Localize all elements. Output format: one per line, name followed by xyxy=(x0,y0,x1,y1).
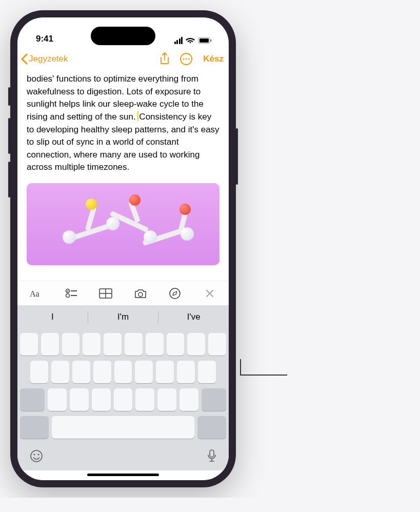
svg-point-17 xyxy=(31,450,42,462)
svg-rect-2 xyxy=(210,40,212,42)
cellular-signal-icon xyxy=(174,37,183,44)
markup-button[interactable] xyxy=(167,288,183,299)
back-button[interactable]: Jegyzetek xyxy=(21,53,156,65)
close-toolbar-button[interactable] xyxy=(202,289,217,298)
suggestion-1[interactable]: I xyxy=(17,312,88,322)
blank-key[interactable] xyxy=(146,333,164,356)
blank-key[interactable] xyxy=(48,388,67,411)
blank-key[interactable] xyxy=(114,388,133,411)
suggestion-3[interactable]: I've xyxy=(158,312,229,322)
svg-rect-20 xyxy=(210,450,214,457)
blank-key[interactable] xyxy=(93,361,111,383)
battery-icon xyxy=(198,37,212,44)
more-button[interactable] xyxy=(179,52,193,66)
done-button[interactable]: Kész xyxy=(203,54,224,64)
backspace-key[interactable] xyxy=(202,388,226,411)
dictation-key[interactable] xyxy=(207,449,217,465)
camera-button[interactable] xyxy=(133,288,148,299)
suggestion-2[interactable]: I'm xyxy=(88,312,158,322)
svg-point-19 xyxy=(38,454,39,456)
keyboard-suggestions: I I'm I've xyxy=(17,305,229,329)
blank-key[interactable] xyxy=(62,333,80,356)
blank-key[interactable] xyxy=(51,361,69,383)
svg-point-4 xyxy=(183,58,185,60)
svg-rect-1 xyxy=(199,38,209,43)
space-key[interactable] xyxy=(52,416,195,439)
dynamic-island xyxy=(91,27,155,45)
home-indicator[interactable] xyxy=(87,474,159,476)
annotation-callout-line xyxy=(241,375,287,376)
blank-key[interactable] xyxy=(70,388,89,411)
format-toolbar: Aa xyxy=(17,281,229,305)
blank-key[interactable] xyxy=(157,388,176,411)
back-label: Jegyzetek xyxy=(29,54,68,64)
blank-key[interactable] xyxy=(135,388,154,411)
status-time: 9:41 xyxy=(36,34,53,44)
blank-key[interactable] xyxy=(41,333,59,356)
svg-text:Aa: Aa xyxy=(30,289,39,298)
return-key[interactable] xyxy=(197,416,226,439)
text-style-button[interactable]: Aa xyxy=(29,288,44,299)
blank-key[interactable] xyxy=(156,361,174,383)
svg-point-10 xyxy=(66,293,69,297)
wifi-icon xyxy=(186,37,195,44)
volume-up-button[interactable] xyxy=(8,118,10,154)
emoji-key[interactable] xyxy=(29,449,44,465)
checklist-button[interactable] xyxy=(64,288,79,299)
blank-key[interactable] xyxy=(177,361,195,383)
blank-key[interactable] xyxy=(30,361,48,383)
svg-point-5 xyxy=(186,58,187,60)
blank-key[interactable] xyxy=(92,388,111,411)
nav-bar: Jegyzetek Kész xyxy=(17,47,229,71)
svg-point-15 xyxy=(138,292,143,297)
blank-key[interactable] xyxy=(125,333,143,356)
blank-key[interactable] xyxy=(179,388,198,411)
blank-key[interactable] xyxy=(104,333,122,356)
share-button[interactable] xyxy=(158,52,171,66)
volume-down-button[interactable] xyxy=(8,162,10,198)
svg-point-16 xyxy=(170,288,180,299)
note-body[interactable]: bodies' functions to optimize everything… xyxy=(17,71,229,281)
svg-point-6 xyxy=(188,58,190,60)
silence-switch[interactable] xyxy=(8,87,10,106)
blank-key[interactable] xyxy=(135,361,153,383)
blank-key[interactable] xyxy=(198,361,216,383)
keyboard-trackpad-mode[interactable] xyxy=(17,329,229,470)
table-button[interactable] xyxy=(98,288,113,299)
numbers-key[interactable] xyxy=(20,416,49,439)
note-attached-image[interactable] xyxy=(27,183,219,265)
blank-key[interactable] xyxy=(83,333,101,356)
blank-key[interactable] xyxy=(114,361,132,383)
blank-key[interactable] xyxy=(208,333,226,356)
blank-key[interactable] xyxy=(72,361,90,383)
shift-key[interactable] xyxy=(20,388,45,411)
svg-point-18 xyxy=(34,454,35,456)
blank-key[interactable] xyxy=(187,333,205,356)
blank-key[interactable] xyxy=(167,333,185,356)
phone-frame: 9:41 Jegyzetek xyxy=(10,10,236,487)
power-button[interactable] xyxy=(236,128,238,185)
blank-key[interactable] xyxy=(20,333,38,356)
